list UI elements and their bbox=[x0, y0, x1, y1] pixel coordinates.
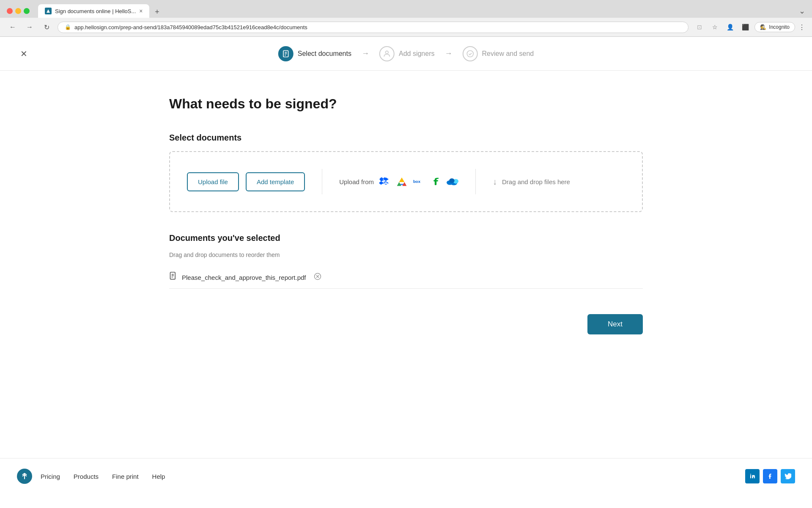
svg-text:box: box bbox=[413, 179, 421, 184]
drag-drop-area: ↓ Drag and drop files here bbox=[493, 177, 570, 187]
document-icon bbox=[169, 272, 178, 283]
step-icon-select-documents bbox=[278, 46, 294, 61]
window-minimize-chevron[interactable]: ⌄ bbox=[799, 6, 805, 16]
incognito-icon: 🕵 bbox=[760, 24, 766, 30]
svg-point-10 bbox=[449, 178, 454, 183]
footer-products-link[interactable]: Products bbox=[74, 473, 99, 480]
next-button[interactable]: Next bbox=[587, 314, 643, 334]
documents-section: Documents you've selected Drag and drop … bbox=[169, 233, 643, 289]
evernote-icon[interactable] bbox=[430, 176, 442, 188]
step-label-add-signers: Add signers bbox=[399, 50, 435, 58]
close-icon: ✕ bbox=[20, 49, 27, 59]
upload-from-section: Upload from bbox=[339, 176, 458, 188]
step-label-select-documents: Select documents bbox=[298, 50, 351, 58]
traffic-lights bbox=[7, 8, 30, 14]
tab-bar: Sign documents online | HelloS... × + bbox=[38, 4, 796, 18]
docs-selected-title: Documents you've selected bbox=[169, 233, 643, 243]
close-window-button[interactable] bbox=[7, 8, 13, 14]
add-template-button[interactable]: Add template bbox=[246, 172, 305, 191]
drag-drop-label: Drag and drop files here bbox=[502, 178, 570, 185]
back-button[interactable]: ← bbox=[7, 21, 19, 33]
onedrive-icon[interactable] bbox=[447, 176, 458, 188]
document-item: Please_check_and_approve_this_report.pdf bbox=[169, 267, 643, 289]
tab-title: Sign documents online | HelloS... bbox=[55, 8, 136, 14]
app-footer: Pricing Products Fine print Help bbox=[0, 458, 812, 494]
browser-frame: Sign documents online | HelloS... × + ⌄ … bbox=[0, 0, 812, 37]
forward-button[interactable]: → bbox=[24, 21, 36, 33]
active-tab[interactable]: Sign documents online | HelloS... × bbox=[38, 4, 149, 18]
browser-menu-button[interactable]: ⋮ bbox=[798, 23, 805, 31]
address-bar[interactable]: 🔒 app.hellosign.com/prep-and-send/183a78… bbox=[58, 22, 689, 33]
footer-fine-print-link[interactable]: Fine print bbox=[112, 473, 139, 480]
extensions-icon[interactable]: ⬛ bbox=[739, 21, 751, 33]
dropbox-icon[interactable] bbox=[379, 176, 391, 188]
footer-left: Pricing Products Fine print Help bbox=[17, 469, 165, 484]
footer-logo bbox=[17, 469, 32, 484]
step-label-review-and-send: Review and send bbox=[482, 50, 534, 58]
google-drive-icon[interactable] bbox=[396, 176, 408, 188]
step-select-documents[interactable]: Select documents bbox=[278, 46, 351, 61]
upload-area: Upload file Add template Upload from bbox=[169, 151, 643, 212]
step-review-and-send[interactable]: Review and send bbox=[462, 46, 534, 61]
svg-point-5 bbox=[467, 50, 473, 57]
document-filename: Please_check_and_approve_this_report.pdf bbox=[182, 274, 306, 281]
minimize-window-button[interactable] bbox=[15, 8, 21, 14]
step-arrow-2: → bbox=[444, 49, 452, 58]
footer-social bbox=[745, 469, 795, 483]
main-content: What needs to be signed? Select document… bbox=[152, 71, 660, 458]
remove-document-button[interactable] bbox=[314, 273, 321, 282]
step-add-signers[interactable]: Add signers bbox=[379, 46, 435, 61]
incognito-button[interactable]: 🕵 Incognito bbox=[754, 22, 795, 32]
reload-button[interactable]: ↻ bbox=[41, 21, 52, 33]
browser-titlebar: Sign documents online | HelloS... × + ⌄ bbox=[0, 0, 812, 18]
divider-1 bbox=[322, 169, 322, 194]
upload-buttons: Upload file Add template bbox=[187, 172, 305, 191]
toolbar-icons: ⊡ ☆ 👤 ⬛ 🕵 Incognito ⋮ bbox=[694, 21, 805, 33]
step-icon-review-and-send bbox=[462, 46, 477, 61]
docs-selected-subtitle: Drag and drop documents to reorder them bbox=[169, 251, 643, 258]
footer-help-link[interactable]: Help bbox=[152, 473, 165, 480]
profile-icon[interactable]: 👤 bbox=[724, 21, 736, 33]
page-title: What needs to be signed? bbox=[169, 96, 643, 112]
svg-point-4 bbox=[386, 51, 389, 54]
app-content: ✕ Select documents → bbox=[0, 37, 812, 494]
divider-2 bbox=[475, 169, 476, 194]
cast-icon[interactable]: ⊡ bbox=[694, 21, 705, 33]
upload-file-button[interactable]: Upload file bbox=[187, 172, 239, 191]
bookmark-icon[interactable]: ☆ bbox=[709, 21, 721, 33]
upload-from-label: Upload from bbox=[339, 178, 374, 185]
step-arrow-1: → bbox=[362, 49, 369, 58]
maximize-window-button[interactable] bbox=[24, 8, 30, 14]
box-icon[interactable]: box bbox=[413, 176, 425, 188]
nav-steps: Select documents → Add signers → bbox=[278, 46, 534, 61]
drag-down-icon: ↓ bbox=[493, 177, 497, 187]
step-icon-add-signers bbox=[379, 46, 395, 61]
linkedin-button[interactable] bbox=[745, 469, 760, 483]
footer-nav: Pricing Products Fine print Help bbox=[41, 473, 165, 480]
facebook-button[interactable] bbox=[763, 469, 777, 483]
address-text: app.hellosign.com/prep-and-send/183a7845… bbox=[74, 24, 307, 30]
new-tab-button[interactable]: + bbox=[151, 6, 163, 18]
close-button[interactable]: ✕ bbox=[17, 47, 30, 61]
footer-pricing-link[interactable]: Pricing bbox=[41, 473, 60, 480]
twitter-button[interactable] bbox=[781, 469, 795, 483]
browser-toolbar: ← → ↻ 🔒 app.hellosign.com/prep-and-send/… bbox=[0, 18, 812, 36]
tab-favicon bbox=[45, 8, 52, 14]
tab-close-button[interactable]: × bbox=[139, 8, 143, 14]
top-nav: ✕ Select documents → bbox=[0, 37, 812, 71]
lock-icon: 🔒 bbox=[65, 24, 71, 30]
select-documents-label: Select documents bbox=[169, 133, 643, 143]
footer-actions: Next bbox=[169, 306, 643, 343]
incognito-label: Incognito bbox=[769, 24, 790, 30]
